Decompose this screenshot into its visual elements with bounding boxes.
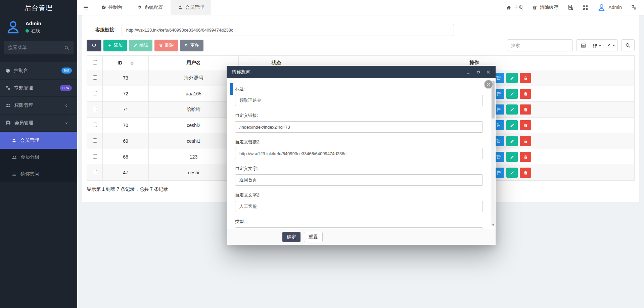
- topbar-user-menu[interactable]: Admin: [597, 3, 622, 12]
- sidebar-item-general[interactable]: 常规管理 new: [0, 80, 77, 96]
- sidebar-item-dashboard[interactable]: 控制台 hot: [0, 62, 77, 79]
- row-edit-button[interactable]: [506, 168, 518, 178]
- row-checkbox[interactable]: [93, 107, 97, 111]
- language-icon[interactable]: [567, 4, 573, 10]
- dialog-close-button[interactable]: [484, 80, 493, 89]
- maximize-button[interactable]: [476, 70, 480, 74]
- row-action-buttons: 广告: [489, 168, 634, 178]
- scrollbar-down-arrow[interactable]: [492, 224, 495, 226]
- field-input[interactable]: [235, 148, 483, 159]
- columns-toggle-button[interactable]: [590, 39, 604, 51]
- cell-username: 哈哈哈: [149, 102, 239, 118]
- reset-button[interactable]: 重置: [304, 232, 323, 242]
- user-icon: [178, 5, 183, 10]
- fullscreen-icon[interactable]: [583, 5, 588, 10]
- trash-icon: [159, 43, 163, 47]
- sidebar-toggle-button[interactable]: [77, 0, 94, 15]
- sidebar: 后台管理 Admin 在线 搜索菜单 控制台 hot 常规管理: [0, 0, 77, 308]
- row-delete-button[interactable]: [520, 120, 531, 130]
- sort-icons: [130, 61, 134, 65]
- dialog-footer: 确定 重置: [227, 229, 496, 245]
- row-checkbox-cell: [87, 70, 103, 86]
- minimize-button[interactable]: [466, 70, 470, 74]
- search-toggle-button[interactable]: [621, 39, 635, 51]
- new-badge: new: [60, 85, 72, 91]
- detail-view-icon: [581, 43, 586, 48]
- row-edit-button[interactable]: [506, 152, 518, 162]
- row-checkbox[interactable]: [93, 138, 97, 143]
- row-checkbox[interactable]: [93, 154, 97, 159]
- row-delete-button[interactable]: [520, 136, 531, 146]
- field-label: 自定义文字2:: [235, 192, 483, 198]
- form-field: 自定义链接2:: [235, 139, 483, 159]
- sidebar-item-members[interactable]: 会员管理: [0, 115, 77, 131]
- home-link[interactable]: 主页: [506, 4, 523, 10]
- refresh-icon: [92, 43, 96, 48]
- row-delete-button[interactable]: [520, 73, 531, 83]
- row-action-buttons: 广告: [489, 104, 634, 115]
- field-input[interactable]: [235, 95, 483, 106]
- sidebar-username: Admin: [26, 20, 41, 26]
- caret-down-icon: [599, 45, 601, 46]
- close-icon: [487, 82, 491, 86]
- online-status: 在线: [26, 28, 41, 34]
- cell-id: 72: [103, 86, 149, 102]
- add-button[interactable]: 添加: [103, 40, 127, 51]
- modal-scrollbar[interactable]: [491, 80, 495, 227]
- row-edit-button[interactable]: [506, 89, 518, 99]
- row-edit-button[interactable]: [506, 73, 518, 83]
- sidebar-subitem-member-groups[interactable]: 会员分组: [0, 149, 77, 166]
- header-id[interactable]: ID: [103, 56, 149, 70]
- delete-button[interactable]: 删除: [154, 40, 178, 51]
- refresh-button[interactable]: [87, 40, 101, 51]
- row-delete-button[interactable]: [520, 152, 531, 162]
- row-edit-button[interactable]: [506, 120, 518, 130]
- edit-button[interactable]: 编辑: [129, 40, 152, 51]
- field-input[interactable]: [235, 121, 483, 133]
- tab-member-manage[interactable]: 会员管理: [171, 0, 211, 15]
- menu-search-input[interactable]: 搜索菜单: [4, 41, 74, 54]
- user-avatar-icon: [5, 19, 21, 35]
- row-delete-button[interactable]: [520, 104, 531, 115]
- trash-icon: [523, 76, 528, 80]
- field-input[interactable]: [235, 201, 483, 212]
- tab-system-config[interactable]: 系统配置: [130, 0, 171, 15]
- confirm-button[interactable]: 确定: [282, 232, 301, 242]
- row-checkbox[interactable]: [93, 123, 97, 127]
- export-button[interactable]: [604, 39, 618, 51]
- sidebar-item-permissions[interactable]: 权限管理: [0, 97, 77, 114]
- gear-icon: [184, 43, 188, 47]
- row-action-buttons: 广告: [489, 136, 634, 146]
- users-icon: [5, 103, 11, 108]
- sidebar-subitem-member-manage[interactable]: 会员管理: [0, 132, 77, 149]
- close-button[interactable]: [486, 70, 491, 74]
- user-circle-icon: [5, 120, 11, 126]
- row-checkbox[interactable]: [93, 170, 97, 174]
- field-input[interactable]: [235, 174, 483, 186]
- dialog-titlebar[interactable]: 猜你想问: [227, 66, 496, 78]
- tab-dashboard[interactable]: 控制台: [94, 0, 130, 15]
- trash-icon: [523, 139, 528, 143]
- row-checkbox[interactable]: [93, 91, 97, 95]
- select-all-checkbox[interactable]: [93, 60, 97, 64]
- row-delete-button[interactable]: [520, 89, 531, 99]
- row-edit-button[interactable]: [506, 104, 518, 115]
- clear-cache-link[interactable]: 清除缓存: [532, 4, 558, 10]
- table-search-input[interactable]: [507, 39, 573, 51]
- dialog-body: 标题: 自定义链接: 自定义链接2: 自定义文字: 自定义文字2: 类型:: [227, 78, 496, 229]
- row-checkbox[interactable]: [93, 75, 97, 80]
- kefu-link-input[interactable]: [122, 24, 454, 36]
- settings-gears-icon[interactable]: [631, 5, 637, 10]
- hot-badge: hot: [61, 68, 72, 74]
- row-delete-button[interactable]: [520, 168, 531, 178]
- field-label: 自定义链接2:: [235, 139, 483, 145]
- more-button[interactable]: 更多: [180, 40, 203, 51]
- cell-id: 71: [103, 102, 149, 118]
- user-avatar-icon: [597, 3, 606, 12]
- detail-view-button[interactable]: [576, 39, 590, 51]
- field-input[interactable]: [235, 227, 483, 229]
- form-field: 自定义链接:: [235, 113, 483, 133]
- row-edit-button[interactable]: [506, 136, 518, 146]
- sidebar-subitem-guess-ask[interactable]: 猜你想问: [0, 166, 77, 182]
- pencil-icon: [510, 76, 514, 80]
